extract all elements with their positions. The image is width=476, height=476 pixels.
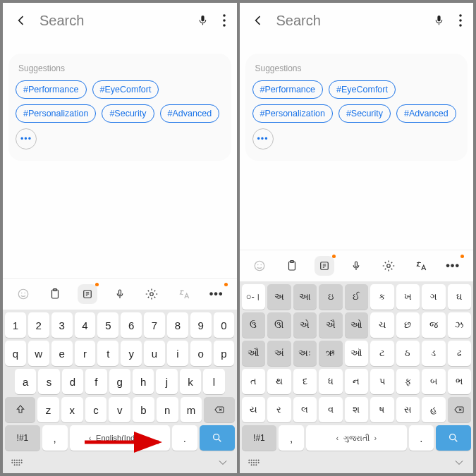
more-icon[interactable] xyxy=(456,11,465,30)
key[interactable]: ચ xyxy=(370,312,394,338)
key[interactable]: ઠ xyxy=(396,341,420,366)
key[interactable]: ખ xyxy=(396,284,420,310)
key-u[interactable]: u xyxy=(144,341,165,366)
key-z[interactable]: z xyxy=(37,397,59,422)
key[interactable]: ગ xyxy=(422,284,446,310)
emoji-icon[interactable] xyxy=(250,256,269,276)
key[interactable]: હ xyxy=(422,397,446,422)
key-b[interactable]: b xyxy=(133,397,154,422)
key[interactable]: અ xyxy=(267,284,291,310)
chip-security[interactable]: #Security xyxy=(338,104,391,123)
key-p[interactable]: p xyxy=(214,341,235,366)
key-d[interactable]: d xyxy=(62,369,83,394)
key-h[interactable]: h xyxy=(133,369,154,394)
key-o[interactable]: o xyxy=(190,341,212,366)
key-v[interactable]: v xyxy=(109,397,130,422)
key[interactable]: વ xyxy=(319,397,343,422)
chip-more[interactable]: ••• xyxy=(16,128,37,149)
backspace-key[interactable] xyxy=(448,397,472,422)
key[interactable]: ક xyxy=(370,284,394,310)
search-key[interactable] xyxy=(200,425,235,451)
key[interactable]: થ xyxy=(267,369,291,394)
key-y[interactable]: y xyxy=(121,341,142,366)
key-3[interactable]: 3 xyxy=(51,312,73,338)
key-f[interactable]: f xyxy=(85,369,106,394)
keyboard-handle-icon[interactable] xyxy=(10,457,24,471)
key-k[interactable]: k xyxy=(180,369,201,394)
chip-eyecomfort[interactable]: #EyeComfort xyxy=(92,80,159,99)
voice-icon[interactable] xyxy=(110,284,130,304)
voice-icon[interactable] xyxy=(346,256,366,276)
key[interactable]: દ xyxy=(293,369,317,394)
key[interactable]: શ xyxy=(345,397,369,422)
key-x[interactable]: x xyxy=(61,397,83,422)
key[interactable]: ત xyxy=(242,369,266,394)
mic-icon[interactable] xyxy=(194,10,212,31)
key-r[interactable]: r xyxy=(75,341,96,366)
key-g[interactable]: g xyxy=(109,369,130,394)
comma-key[interactable]: , xyxy=(279,425,304,451)
key[interactable]: પ xyxy=(370,369,394,394)
key[interactable]: જ xyxy=(422,312,446,338)
key[interactable]: ય xyxy=(242,397,266,422)
space-key[interactable]: ‹ English(India) › xyxy=(70,425,171,451)
key-w[interactable]: w xyxy=(28,341,49,366)
key[interactable]: ર xyxy=(267,397,291,422)
backspace-key[interactable] xyxy=(204,397,234,422)
search-input[interactable]: Search xyxy=(39,13,185,29)
period-key[interactable]: . xyxy=(409,425,434,451)
key[interactable]: ભ xyxy=(448,369,472,394)
keyboard-handle-icon[interactable] xyxy=(247,457,261,471)
key-m[interactable]: m xyxy=(181,397,202,422)
key-i[interactable]: i xyxy=(167,341,188,366)
symbols-key[interactable]: !#1 xyxy=(242,425,277,451)
key[interactable]: ઔ xyxy=(242,341,266,366)
back-icon[interactable] xyxy=(248,11,268,30)
key[interactable]: ઐ xyxy=(319,312,343,338)
key[interactable]: ઋ xyxy=(319,341,343,366)
key-2[interactable]: 2 xyxy=(28,312,49,338)
clipboard-icon[interactable] xyxy=(282,256,302,276)
key-e[interactable]: e xyxy=(51,341,73,366)
chip-personalization[interactable]: #Personalization xyxy=(252,104,333,123)
period-key[interactable]: . xyxy=(172,425,197,451)
collapse-keyboard-icon[interactable] xyxy=(452,457,466,471)
back-icon[interactable] xyxy=(11,11,31,30)
key[interactable]: ઝ xyxy=(448,312,472,338)
key-a[interactable]: a xyxy=(15,369,36,394)
key[interactable]: સ xyxy=(396,397,420,422)
shift-key[interactable] xyxy=(5,397,35,422)
key[interactable]: ઢ xyxy=(448,341,472,366)
textedit-icon[interactable] xyxy=(78,284,97,304)
key-0[interactable]: 0 xyxy=(214,312,235,338)
key-t[interactable]: t xyxy=(97,341,118,366)
chip-advanced[interactable]: #Advanced xyxy=(160,104,220,123)
search-input[interactable]: Search xyxy=(276,13,422,29)
key[interactable]: અં xyxy=(267,341,291,366)
collapse-keyboard-icon[interactable] xyxy=(216,457,230,471)
key[interactable]: ઘ xyxy=(448,284,472,310)
chip-personalization[interactable]: #Personalization xyxy=(16,104,96,123)
chip-performance[interactable]: #Performance xyxy=(16,80,87,99)
key[interactable]: ઈ xyxy=(345,284,369,310)
chip-more[interactable]: ••• xyxy=(252,128,274,149)
key[interactable]: ઑ xyxy=(345,341,369,366)
key[interactable]: અઃ xyxy=(293,341,317,366)
chip-eyecomfort[interactable]: #EyeComfort xyxy=(329,80,396,99)
key[interactable]: છ xyxy=(396,312,420,338)
key[interactable]: ઊ xyxy=(267,312,291,338)
key-5[interactable]: 5 xyxy=(97,312,118,338)
key[interactable]: ડ xyxy=(422,341,446,366)
search-key[interactable] xyxy=(436,425,471,451)
textedit-icon[interactable] xyxy=(315,256,334,276)
key[interactable]: ફ xyxy=(396,369,420,394)
more-icon[interactable] xyxy=(220,11,228,30)
key-1[interactable]: 1 xyxy=(5,312,26,338)
chip-performance[interactable]: #Performance xyxy=(252,80,324,99)
key-6[interactable]: 6 xyxy=(121,312,142,338)
comma-key[interactable]: , xyxy=(42,425,68,451)
key-q[interactable]: q xyxy=(5,341,26,366)
key-c[interactable]: c xyxy=(85,397,107,422)
settings-icon[interactable] xyxy=(142,284,161,304)
mic-icon[interactable] xyxy=(430,10,448,31)
